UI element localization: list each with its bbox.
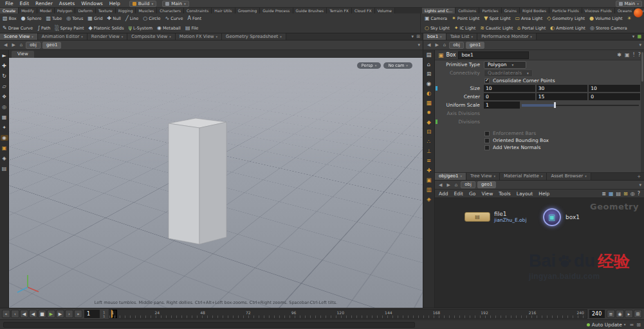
play-button[interactable]: ▶: [47, 310, 55, 318]
no-cam-button[interactable]: No cam▾: [383, 62, 412, 69]
network-menu-item[interactable]: Edit: [454, 191, 464, 197]
chevron-down-icon[interactable]: ▾: [418, 42, 420, 48]
tool-sphere[interactable]: ●Sphere: [21, 16, 42, 21]
lighting-icon[interactable]: ✸: [425, 110, 433, 116]
uniform-scale-slider[interactable]: [522, 102, 640, 109]
global-animation-options-icon[interactable]: ⊞: [634, 310, 642, 318]
forward-icon[interactable]: ▶: [445, 182, 451, 188]
shelf-tab[interactable]: Grooming: [235, 8, 260, 13]
pane-tab[interactable]: obj/geo1: [435, 173, 466, 180]
geometry-mode-icon[interactable]: ◈: [1, 156, 8, 161]
tool-l-system[interactable]: ψL-System: [129, 26, 152, 31]
tool-portal-light[interactable]: ⌂Portal Light: [517, 26, 546, 31]
primitive-type-select[interactable]: Polygon▾: [484, 61, 526, 69]
network-editor-canvas[interactable]: Geometry ▤ file1 jianZhu_E.obj ▣ box1 Ba…: [435, 198, 644, 308]
right-main-selector[interactable]: Main ▾: [616, 1, 642, 7]
viewport-canvas[interactable]: Persp▾ No cam▾ Left mouse tumbles. Middl…: [9, 58, 423, 308]
network-menu-item[interactable]: Help: [538, 191, 549, 197]
shelf-tab[interactable]: Volume: [375, 8, 395, 13]
pane-menu-icon[interactable]: ▾: [632, 34, 635, 39]
scrollbar[interactable]: [641, 50, 644, 172]
display-options-icon[interactable]: ◈: [425, 197, 433, 202]
shelf-tab[interactable]: Lights and C...: [422, 8, 455, 13]
tool-ambient-light[interactable]: ◐Ambient Light: [550, 26, 585, 31]
tool-point-light[interactable]: ✶Point Light: [452, 16, 479, 21]
tool-distant-light[interactable]: ☀Distant Light: [627, 16, 631, 21]
uniform-scale-field[interactable]: 1: [484, 102, 520, 109]
shelf-tab[interactable]: Rigid Bodies: [520, 8, 549, 13]
pane-menu-icon[interactable]: ▾: [412, 34, 414, 39]
pane-tab[interactable]: Geometry Spreadsheet: [222, 33, 286, 40]
shelf-tab[interactable]: Particle Fluids: [549, 8, 582, 13]
shelf-tab[interactable]: Deform: [75, 8, 95, 13]
path-root-chip[interactable]: obj: [449, 42, 464, 49]
tool-circle[interactable]: ○Circle: [143, 16, 160, 21]
shading-mode-icon[interactable]: ◐: [425, 91, 433, 96]
pane-tab[interactable]: Motion FX View: [176, 33, 222, 40]
tool-file[interactable]: ▤File: [185, 26, 198, 31]
tool-platonic-solids[interactable]: ◆Platonic Solids: [88, 26, 124, 31]
find-node-icon[interactable]: ◎: [630, 191, 635, 197]
groups-icon[interactable]: ▣: [425, 177, 433, 183]
pane-tab[interactable]: Asset Browser: [547, 173, 591, 180]
tool-null[interactable]: ✚Null: [107, 16, 121, 21]
scrollbar-thumb[interactable]: [641, 52, 643, 82]
auto-update-selector[interactable]: Auto Update ▾: [587, 322, 626, 328]
pane-tab[interactable]: Animation Editor: [38, 33, 87, 40]
pane-maximize-icon[interactable]: ⊞: [416, 34, 420, 39]
particles-display-icon[interactable]: ≡: [425, 158, 433, 164]
pane-tab[interactable]: Render View: [87, 33, 127, 40]
resize-grip-icon[interactable]: ⊞: [636, 322, 641, 328]
timeline-ruler[interactable]: 124487296120144168192216240: [109, 309, 588, 319]
shelf-tab[interactable]: Cloud FX: [352, 8, 375, 13]
scale-tool-icon[interactable]: ▱: [1, 84, 8, 89]
shelf-tab[interactable]: Particles: [479, 8, 501, 13]
status-history-icon[interactable]: ≡: [630, 322, 634, 328]
rotate-tool-icon[interactable]: ↻: [1, 73, 8, 79]
color-palette-icon[interactable]: ⊞: [623, 191, 628, 197]
render-region-icon[interactable]: ◉: [1, 135, 8, 141]
tool-grid[interactable]: ▦Grid: [87, 16, 102, 21]
tool-volume-light[interactable]: ●Volume Light: [589, 16, 622, 21]
pane-tab[interactable]: Performance Monitor: [477, 33, 537, 40]
home-view-icon[interactable]: ⌂: [425, 62, 433, 67]
consolidate-corner-points-checkbox[interactable]: ✓: [484, 78, 490, 84]
shelf-tab[interactable]: Characters: [157, 8, 184, 13]
home-icon[interactable]: ⌂: [442, 42, 447, 48]
scene-viewport[interactable]: View Persp▾ No cam▾: [9, 50, 423, 308]
current-frame-field[interactable]: 1: [84, 310, 100, 318]
pane-tab[interactable]: box1: [423, 33, 446, 40]
tool-tube[interactable]: ▥Tube: [46, 16, 62, 21]
shelf-tab[interactable]: Modify: [19, 8, 37, 13]
size-y-field[interactable]: 30: [537, 85, 588, 92]
tool-box[interactable]: ▧Box: [3, 16, 17, 21]
add-pane-tab-button[interactable]: +: [634, 173, 644, 180]
wireframe-icon[interactable]: ▦: [425, 100, 433, 106]
back-icon[interactable]: ◀: [437, 182, 443, 188]
shelf-tab[interactable]: Terrain FX: [327, 8, 352, 13]
templates-icon[interactable]: ▥: [425, 187, 433, 193]
back-icon[interactable]: ◀: [3, 42, 8, 48]
back-icon[interactable]: ◀: [426, 42, 432, 48]
key-tool-icon[interactable]: ✦: [1, 125, 8, 130]
menu-item[interactable]: Render: [32, 1, 56, 6]
help-icon[interactable]: ?: [638, 191, 640, 197]
tool-stereo-camera[interactable]: ◎Stereo Camera: [590, 26, 627, 31]
play-reverse-button[interactable]: ◀: [29, 310, 37, 318]
shelf-tab[interactable]: Collisions: [455, 8, 479, 13]
tool-camera[interactable]: ▣Camera: [425, 16, 447, 21]
forward-icon[interactable]: ▶: [434, 42, 439, 48]
network-menu-item[interactable]: Tools: [499, 191, 510, 197]
jump-start-button[interactable]: «: [2, 310, 10, 318]
select-tool-icon[interactable]: ►: [1, 53, 8, 58]
tool-geometry-light[interactable]: ◇Geometry Light: [547, 16, 585, 21]
node-name-field[interactable]: box1: [458, 51, 529, 59]
tool-ic-light[interactable]: ✦IC Light: [454, 26, 475, 31]
normals-display-icon[interactable]: ⊥: [425, 148, 433, 154]
network-menu-item[interactable]: Layout: [517, 191, 533, 197]
pane-layout-icon[interactable]: ▦: [637, 34, 641, 39]
step-back-button[interactable]: ◀: [20, 310, 28, 318]
step-forward-button[interactable]: ▶: [56, 310, 64, 318]
display-options-icon[interactable]: ≣: [602, 191, 606, 197]
center-y-field[interactable]: 15: [537, 93, 588, 100]
